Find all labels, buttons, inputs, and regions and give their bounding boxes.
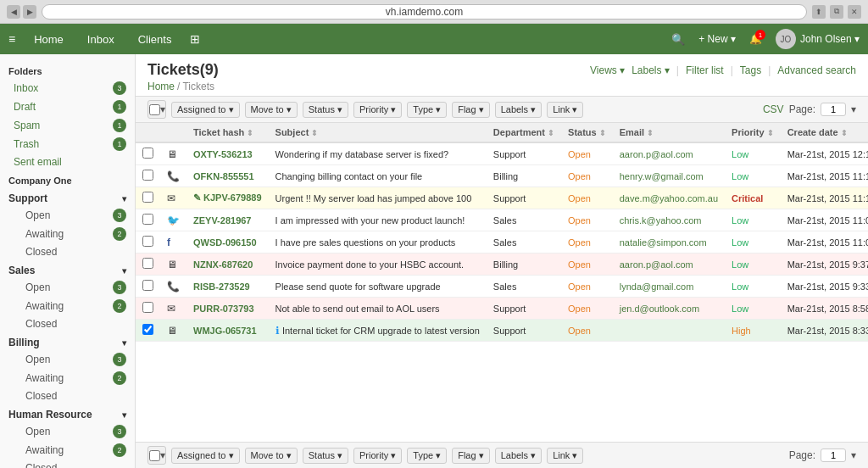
grid-apps-icon[interactable]: ⊞ <box>190 32 200 46</box>
hamburger-menu-icon[interactable]: ≡ <box>8 32 15 46</box>
row-checkbox[interactable] <box>142 214 153 225</box>
window-icon[interactable]: ⧉ <box>830 5 843 19</box>
bottom-status-button[interactable]: Status ▾ <box>303 448 348 464</box>
bottom-select-all-dropdown[interactable]: ▾ <box>147 446 166 465</box>
bottom-type-button[interactable]: Type ▾ <box>407 448 447 464</box>
col-priority[interactable]: Priority ⇕ <box>725 123 781 142</box>
ticket-subject[interactable]: I am impressed with your new product lau… <box>269 209 487 231</box>
ticket-hash[interactable]: ZEYV-281967 <box>186 209 269 231</box>
filter-list-link[interactable]: Filter list <box>686 64 724 76</box>
priority-button[interactable]: Priority ▾ <box>353 102 402 118</box>
bottom-move-to-button[interactable]: Move to ▾ <box>245 448 298 464</box>
sidebar-item-sent[interactable]: Sent email <box>0 153 135 170</box>
search-icon[interactable]: 🔍 <box>671 33 685 46</box>
ticket-hash[interactable]: ✎ KJPV-679889 <box>186 187 269 209</box>
nav-inbox[interactable]: Inbox <box>82 30 120 49</box>
row-checkbox[interactable] <box>142 236 153 247</box>
row-checkbox[interactable] <box>142 302 153 313</box>
hr-closed-item[interactable]: Closed <box>17 460 135 468</box>
labels-button[interactable]: Labels ▾ <box>632 64 670 76</box>
ticket-subject[interactable]: I have pre sales questions on your produ… <box>269 231 487 254</box>
col-subject[interactable]: Subject ⇕ <box>269 123 487 142</box>
csv-button[interactable]: CSV <box>763 103 784 115</box>
row-checkbox[interactable] <box>142 324 153 335</box>
ticket-hash[interactable]: RISB-273529 <box>186 276 269 298</box>
col-hash[interactable]: Ticket hash ⇕ <box>186 123 269 142</box>
sales-open-item[interactable]: Open 3 <box>17 278 135 297</box>
row-checkbox[interactable] <box>142 170 153 181</box>
bottom-labels-button[interactable]: Labels ▾ <box>495 448 542 464</box>
assigned-to-button[interactable]: Assigned to ▾ <box>171 102 240 118</box>
tags-link[interactable]: Tags <box>740 64 761 76</box>
support-awaiting-item[interactable]: Awaiting 2 <box>17 225 135 243</box>
ticket-subject[interactable]: Not able to send out email to AOL users <box>269 298 487 320</box>
user-menu-button[interactable]: JO John Olsen ▾ <box>776 29 860 49</box>
ticket-hash[interactable]: OFKN-855551 <box>186 165 269 187</box>
billing-group-title[interactable]: Billing ▾ <box>0 332 135 350</box>
billing-open-item[interactable]: Open 3 <box>17 350 135 369</box>
bottom-page-arrow[interactable]: ▾ <box>851 449 856 461</box>
ticket-subject[interactable]: Invoice payment done to your HSBC accoun… <box>269 254 487 276</box>
bottom-page-input[interactable] <box>821 448 846 462</box>
ticket-subject[interactable]: ℹ Internal ticket for CRM upgrade to lat… <box>269 320 487 342</box>
ticket-hash[interactable]: WMJG-065731 <box>186 320 269 342</box>
bottom-assigned-to-button[interactable]: Assigned to ▾ <box>171 448 240 464</box>
hr-group-title[interactable]: Human Resource ▾ <box>0 404 135 422</box>
nav-home[interactable]: Home <box>29 30 69 49</box>
support-open-item[interactable]: Open 3 <box>17 206 135 225</box>
support-group-title[interactable]: Support ▾ <box>0 188 135 206</box>
move-to-button[interactable]: Move to ▾ <box>245 102 298 118</box>
col-dept[interactable]: Department ⇕ <box>487 123 561 142</box>
sidebar-item-trash[interactable]: Trash 1 <box>0 135 135 153</box>
support-closed-item[interactable]: Closed <box>17 243 135 260</box>
breadcrumb-home[interactable]: Home <box>147 81 175 92</box>
col-email[interactable]: Email ⇕ <box>613 123 725 142</box>
col-date[interactable]: Create date ⇕ <box>781 123 868 142</box>
bottom-select-arrow[interactable]: ▾ <box>160 449 165 461</box>
select-all-arrow[interactable]: ▾ <box>160 103 165 115</box>
page-dropdown-arrow[interactable]: ▾ <box>851 103 856 115</box>
select-all-checkbox[interactable] <box>149 104 160 115</box>
ticket-subject[interactable]: Please send quote for software upgrade <box>269 276 487 298</box>
sidebar-item-draft[interactable]: Draft 1 <box>0 98 135 116</box>
type-button[interactable]: Type ▾ <box>407 102 447 118</box>
ticket-hash[interactable]: OXTY-536213 <box>186 142 269 165</box>
bottom-select-all-checkbox[interactable] <box>149 450 160 461</box>
status-button[interactable]: Status ▾ <box>303 102 348 118</box>
bottom-flag-button[interactable]: Flag ▾ <box>452 448 489 464</box>
ticket-hash[interactable]: PURR-073793 <box>186 298 269 320</box>
ticket-hash[interactable]: NZNX-687620 <box>186 254 269 276</box>
billing-closed-item[interactable]: Closed <box>17 387 135 404</box>
link-button[interactable]: Link ▾ <box>547 102 583 118</box>
share-icon[interactable]: ⬆ <box>812 5 826 19</box>
ticket-subject[interactable]: Changing billing contact on your file <box>269 165 487 187</box>
col-status[interactable]: Status ⇕ <box>561 123 613 142</box>
hr-open-item[interactable]: Open 3 <box>17 422 135 441</box>
ticket-hash[interactable]: QWSD-096150 <box>186 231 269 254</box>
row-checkbox[interactable] <box>142 192 153 203</box>
hr-awaiting-item[interactable]: Awaiting 2 <box>17 441 135 460</box>
sales-awaiting-item[interactable]: Awaiting 2 <box>17 297 135 315</box>
row-checkbox[interactable] <box>142 148 153 159</box>
select-all-dropdown[interactable]: ▾ <box>147 100 166 119</box>
sidebar-item-inbox[interactable]: Inbox 3 <box>0 79 135 98</box>
bottom-link-button[interactable]: Link ▾ <box>547 448 583 464</box>
bottom-priority-button[interactable]: Priority ▾ <box>353 448 402 464</box>
sales-group-title[interactable]: Sales ▾ <box>0 260 135 278</box>
billing-awaiting-item[interactable]: Awaiting 2 <box>17 369 135 387</box>
new-button[interactable]: + New ▾ <box>698 33 736 45</box>
views-button[interactable]: Views ▾ <box>590 64 625 76</box>
row-checkbox[interactable] <box>142 280 153 291</box>
url-bar[interactable]: vh.iamdemo.com <box>42 4 807 20</box>
ticket-subject[interactable]: Wondering if my database server is fixed… <box>269 142 487 165</box>
flag-button[interactable]: Flag ▾ <box>452 102 489 118</box>
page-input[interactable] <box>821 103 846 116</box>
back-button[interactable]: ◀ <box>7 5 20 19</box>
row-checkbox[interactable] <box>142 258 153 269</box>
close-browser-icon[interactable]: ✕ <box>848 5 861 19</box>
ticket-subject[interactable]: Urgent !! My server load has jumped abov… <box>269 187 487 209</box>
sales-closed-item[interactable]: Closed <box>17 315 135 332</box>
nav-clients[interactable]: Clients <box>133 30 177 49</box>
labels-dropdown-button[interactable]: Labels ▾ <box>495 102 542 118</box>
forward-button[interactable]: ▶ <box>23 5 36 19</box>
